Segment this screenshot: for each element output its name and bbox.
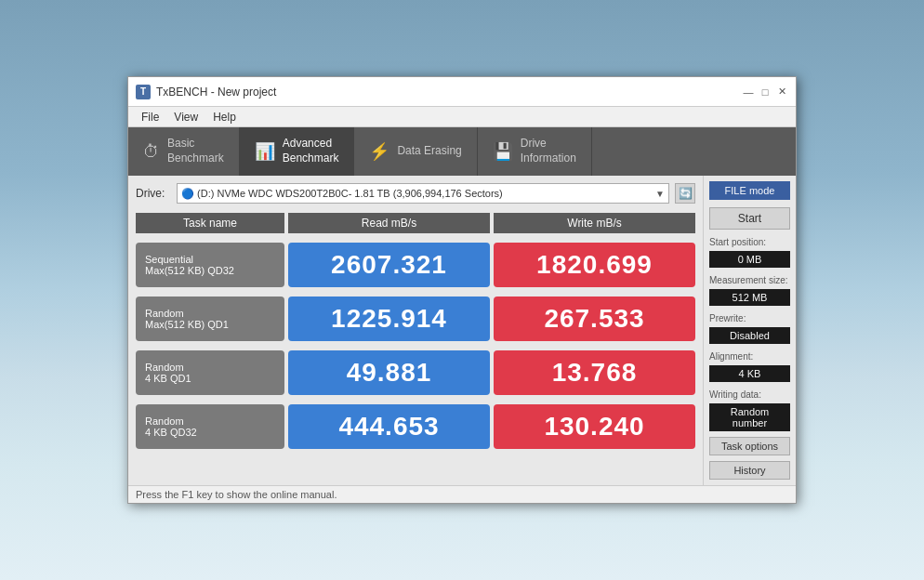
history-button[interactable]: History [709,461,790,480]
advanced-benchmark-icon: 📊 [255,141,275,162]
title-buttons: — □ ✕ [742,86,788,99]
measurement-size-label: Measurement size: [709,275,790,285]
minimize-button[interactable]: — [742,86,755,99]
drive-label: Drive: [136,187,171,200]
write-random-4k-qd32: 130.240 [494,404,695,449]
right-panel: FILE mode Start Start position: 0 MB Mea… [703,176,796,485]
prewrite-label: Prewrite: [709,313,790,323]
writing-data-label: Writing data: [709,389,790,400]
tab-basic[interactable]: ⏱ BasicBenchmark [128,127,240,176]
write-random-4k-qd1: 13.768 [494,350,695,395]
file-mode-button[interactable]: FILE mode [709,181,790,200]
title-bar-left: T TxBENCH - New project [136,85,276,99]
start-button[interactable]: Start [709,207,790,230]
maximize-button[interactable]: □ [759,86,772,99]
prewrite-value: Disabled [709,327,790,344]
menu-file[interactable]: File [134,109,166,125]
drive-row: Drive: 🔵 (D:) NVMe WDC WDS200T2B0C- 1.81… [136,183,695,204]
menu-bar: File View Help [128,107,796,127]
start-position-value: 0 MB [709,251,790,268]
alignment-label: Alignment: [709,351,790,362]
status-text: Press the F1 key to show the online manu… [136,489,337,500]
tab-erasing-label: Data Erasing [397,144,461,159]
write-sequential: 1820.699 [494,243,695,287]
tab-advanced[interactable]: 📊 AdvancedBenchmark [240,127,355,176]
read-random-4k-qd32: 444.653 [288,404,490,449]
task-name-sequential: SequentialMax(512 KB) QD32 [136,243,284,287]
tab-drive-info[interactable]: 💾 DriveInformation [478,127,592,176]
left-panel: Drive: 🔵 (D:) NVMe WDC WDS200T2B0C- 1.81… [128,176,703,485]
table-row: SequentialMax(512 KB) QD32 2607.321 1820… [136,243,695,287]
basic-benchmark-icon: ⏱ [143,142,160,162]
table-row: Random4 KB QD1 49.881 13.768 [136,350,695,395]
toolbar: ⏱ BasicBenchmark 📊 AdvancedBenchmark ⚡ D… [128,127,796,176]
dropdown-arrow-icon: ▼ [655,189,665,199]
task-options-button[interactable]: Task options [709,437,790,455]
drive-select-value: 🔵 (D:) NVMe WDC WDS200T2B0C- 1.81 TB (3,… [181,188,655,200]
tab-advanced-label: AdvancedBenchmark [283,137,339,165]
read-random-4k-qd1: 49.881 [288,350,490,395]
drive-select[interactable]: 🔵 (D:) NVMe WDC WDS200T2B0C- 1.81 TB (3,… [177,183,669,204]
read-sequential: 2607.321 [288,243,490,287]
close-button[interactable]: ✕ [775,86,788,99]
col-write: Write mB/s [494,213,695,233]
tab-basic-label: BasicBenchmark [167,137,224,165]
write-random-max: 267.533 [494,297,695,341]
status-bar: Press the F1 key to show the online manu… [128,485,796,503]
alignment-value: 4 KB [709,365,790,382]
main-content: Drive: 🔵 (D:) NVMe WDC WDS200T2B0C- 1.81… [128,176,796,485]
writing-data-value: Random number [709,403,790,431]
app-icon: T [136,85,151,99]
tab-erasing[interactable]: ⚡ Data Erasing [354,127,477,176]
refresh-button[interactable]: 🔄 [675,183,695,204]
table-row: Random4 KB QD32 444.653 130.240 [136,404,695,449]
window-title: TxBENCH - New project [156,86,276,99]
task-name-random-max: RandomMax(512 KB) QD1 [136,297,284,341]
task-name-random-4k-qd1: Random4 KB QD1 [136,350,284,395]
drive-info-icon: 💾 [493,141,513,162]
start-position-label: Start position: [709,237,790,247]
col-task-name: Task name [136,213,284,233]
task-name-random-4k-qd32: Random4 KB QD32 [136,404,284,449]
table-row: RandomMax(512 KB) QD1 1225.914 267.533 [136,297,695,341]
measurement-size-value: 512 MB [709,289,790,306]
menu-help[interactable]: Help [205,109,244,125]
menu-view[interactable]: View [166,109,205,125]
tab-drive-label: DriveInformation [521,137,576,165]
data-erasing-icon: ⚡ [369,141,389,162]
table-header: Task name Read mB/s Write mB/s [136,213,695,233]
title-bar: T TxBENCH - New project — □ ✕ [128,77,796,107]
app-window: T TxBENCH - New project — □ ✕ File View … [127,76,797,504]
read-random-max: 1225.914 [288,297,490,341]
col-read: Read mB/s [288,213,490,233]
